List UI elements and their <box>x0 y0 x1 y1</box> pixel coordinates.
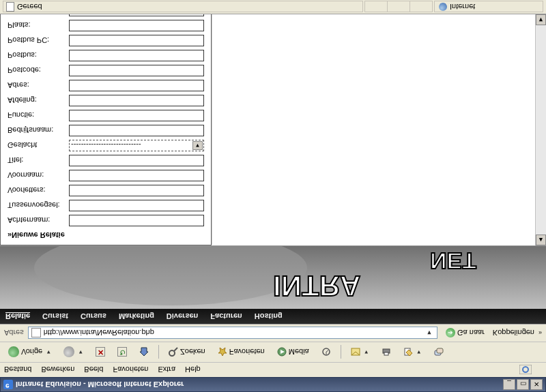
vertical-scrollbar[interactable]: ▲ ▼ <box>535 14 546 245</box>
input-achternaam[interactable] <box>69 215 204 226</box>
label-bedrijfsnaam: Bedrijfsnaam: <box>8 127 69 135</box>
nav-hosting[interactable]: Hosting <box>255 312 283 320</box>
search-button[interactable]: Zoeken <box>164 346 210 359</box>
home-icon <box>139 348 149 357</box>
scroll-up-icon[interactable]: ▲ <box>536 235 546 245</box>
menu-bewerken[interactable]: Bewerken <box>41 366 74 374</box>
globe-icon <box>439 3 447 11</box>
banner-text-net: NET <box>430 248 476 274</box>
minimize-button[interactable]: _ <box>503 379 515 390</box>
input-adres[interactable] <box>69 80 204 91</box>
nav-cursist[interactable]: Cursist <box>42 312 68 320</box>
label-plaats: Plaats: <box>8 22 69 30</box>
status-zone-pane: Internet <box>434 1 543 13</box>
stop-button[interactable]: ✕ <box>91 346 109 359</box>
banner-text-intra: INTRA <box>273 270 360 302</box>
status-pane <box>410 2 432 12</box>
menu-bestand[interactable]: Bestand <box>4 366 31 374</box>
field-geslacht: Geslacht ---------------------------- ▼ <box>8 139 204 152</box>
label-achternaam: Achternaam: <box>8 217 69 225</box>
search-icon <box>169 348 178 357</box>
status-pane <box>365 2 388 12</box>
go-label: Ga naar <box>457 329 485 337</box>
svg-point-3 <box>169 351 175 357</box>
nav-diversen[interactable]: Diversen <box>167 312 198 320</box>
input-tussenvoegsel[interactable] <box>69 200 204 211</box>
refresh-button[interactable]: ↻ <box>113 346 131 359</box>
close-button[interactable]: ✕ <box>530 379 543 390</box>
svg-marker-2 <box>140 348 148 357</box>
links-chevron-icon[interactable]: » <box>538 330 542 337</box>
input-tel-werk[interactable] <box>69 14 204 16</box>
go-button[interactable]: ➔ Ga naar <box>442 327 489 340</box>
menu-help[interactable]: Help <box>185 366 201 374</box>
select-geslacht[interactable]: ---------------------------- ▼ <box>69 140 204 151</box>
input-voorletters[interactable] <box>69 185 204 196</box>
discuss-button[interactable] <box>430 346 448 359</box>
ie-icon <box>3 380 13 389</box>
back-label: Vorige <box>21 348 42 357</box>
page-icon <box>31 329 41 338</box>
nav-cursus[interactable]: Cursus <box>81 312 106 320</box>
window-title: Intranet Eduvision - Microsoft Internet … <box>16 380 503 389</box>
print-button[interactable] <box>377 346 395 359</box>
field-postbus: Postbus: <box>8 49 204 62</box>
stop-icon: ✕ <box>96 348 105 357</box>
history-button[interactable] <box>317 346 335 359</box>
maximize-button[interactable]: ▭ <box>517 379 529 390</box>
edit-icon <box>403 348 413 357</box>
input-plaats[interactable] <box>69 20 204 31</box>
field-adres: Adres: <box>8 79 204 92</box>
site-banner: INTRA NET <box>0 246 546 309</box>
refresh-icon: ↻ <box>117 348 127 357</box>
media-button[interactable]: Media <box>273 346 313 359</box>
chevron-down-icon: ▼ <box>46 349 51 355</box>
favorites-button[interactable]: Favorieten <box>214 346 269 359</box>
mail-button[interactable]: ▼ <box>347 347 373 358</box>
content-area: »Nieuwe Relatie Achternaam: Tussenvoegse… <box>0 14 546 246</box>
menu-extra[interactable]: Extra <box>158 366 175 374</box>
address-input[interactable]: http://www.intra/NewRelation.php ▼ <box>28 327 437 340</box>
field-tel-werk: Tel. Werk: <box>8 14 204 17</box>
label-titel: Titel: <box>8 157 69 165</box>
svg-marker-5 <box>218 348 227 357</box>
input-postbus-pc[interactable] <box>69 35 204 46</box>
input-postbus[interactable] <box>69 50 204 61</box>
input-bedrijfsnaam[interactable] <box>69 125 204 136</box>
chevron-down-icon[interactable]: ▼ <box>192 141 203 150</box>
label-afdeling: Afdeling: <box>8 97 69 105</box>
input-titel[interactable] <box>69 155 204 166</box>
field-titel: Titel: <box>8 154 204 167</box>
menu-favorieten[interactable]: Favorieten <box>113 366 148 374</box>
chevron-down-icon: ▼ <box>78 349 83 355</box>
window-titlebar: Intranet Eduvision - Microsoft Internet … <box>0 377 546 392</box>
field-tussenvoegsel: Tussenvoegsel: <box>8 199 204 212</box>
menu-beeld[interactable]: Beeld <box>84 366 103 374</box>
print-icon <box>382 348 391 357</box>
links-label[interactable]: Koppelingen <box>493 329 534 337</box>
nav-facturen[interactable]: Facturen <box>210 312 242 320</box>
forward-button[interactable]: ▼ <box>59 346 87 359</box>
nav-relatie[interactable]: Relatie <box>5 312 30 320</box>
forward-icon <box>63 347 74 358</box>
input-postcode[interactable] <box>69 65 204 76</box>
back-button[interactable]: Vorige ▼ <box>4 346 55 359</box>
field-voornaam: Voornaam: <box>8 169 204 182</box>
input-functie[interactable] <box>69 110 204 121</box>
toolbar-separator <box>158 346 159 359</box>
form-title: »Nieuwe Relatie <box>8 231 204 239</box>
input-afdeling[interactable] <box>69 95 204 106</box>
scroll-down-icon[interactable]: ▼ <box>536 14 546 25</box>
nav-marketing[interactable]: Marketing <box>119 312 154 320</box>
toolbar: Vorige ▼ ▼ ✕ ↻ Zoeken Favorieten Media ▼ <box>0 342 546 362</box>
edit-button[interactable]: ▼ <box>399 346 426 359</box>
field-postbus-pc: Postbus PC: <box>8 34 204 47</box>
addressbar: Adres http://www.intra/NewRelation.php ▼… <box>0 324 546 342</box>
home-button[interactable] <box>135 346 153 359</box>
input-voornaam[interactable] <box>69 170 204 181</box>
chevron-down-icon[interactable]: ▼ <box>425 329 434 338</box>
media-label: Media <box>289 348 309 357</box>
svg-line-4 <box>174 348 177 352</box>
field-functie: Functie: <box>8 109 204 122</box>
scroll-track[interactable] <box>536 25 546 235</box>
